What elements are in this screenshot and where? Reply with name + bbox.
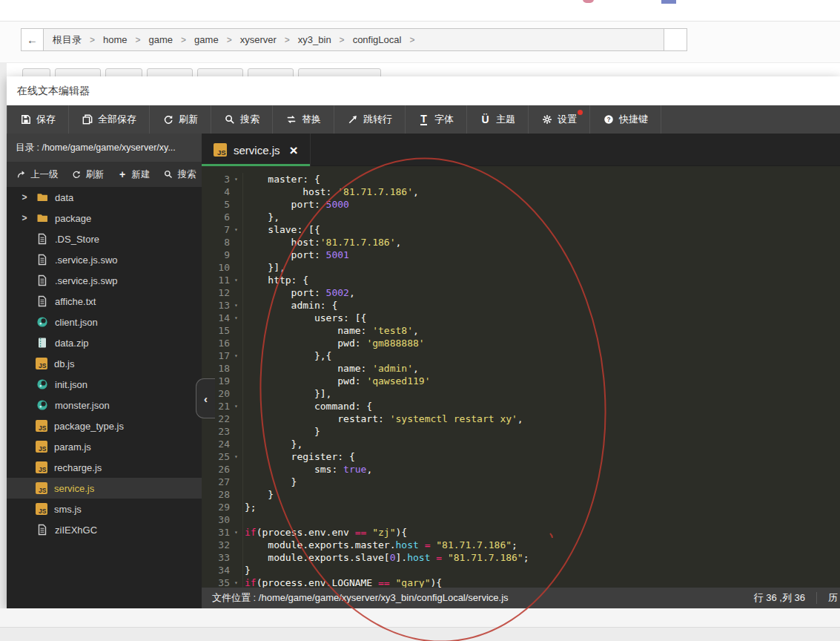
code-line[interactable]: 30 [202, 513, 840, 526]
background-button[interactable] [105, 68, 142, 76]
breadcrumb-separator: > [285, 35, 290, 45]
code-line[interactable]: 23 } [202, 425, 840, 438]
code-line[interactable]: 20 }], [202, 387, 840, 400]
file-tree-item-package-type-js[interactable]: JSpackage_type.js [7, 415, 202, 436]
code-line[interactable]: 14▾ users: [{ [202, 312, 840, 324]
background-button[interactable] [147, 68, 193, 76]
code-line[interactable]: 24 }, [202, 438, 840, 450]
breadcrumb-item[interactable]: xy3_bin [298, 34, 331, 45]
background-button[interactable] [298, 68, 381, 76]
code-line[interactable]: 15 name: 'test8', [202, 324, 840, 337]
fold-arrow-icon[interactable]: ▾ [230, 576, 243, 588]
code-line[interactable]: 21▾ command: { [202, 400, 840, 412]
code-line[interactable]: 31▾if(process.env.env == "zj"){ [202, 526, 840, 539]
refresh-button[interactable]: 刷新 [150, 105, 211, 134]
code-line[interactable]: 28 } [202, 488, 840, 501]
chevron-right-icon[interactable]: > [20, 213, 29, 223]
save-button[interactable]: 保存 [7, 105, 69, 134]
file-tree-item-init-json[interactable]: init.json [7, 374, 202, 395]
file-tree-item-service-js[interactable]: JSservice.js [7, 478, 202, 499]
chevron-right-icon[interactable]: > [20, 192, 29, 203]
tab-title: service.js [234, 144, 280, 157]
file-tree-item-sms-js[interactable]: JSsms.js [7, 499, 202, 519]
code-line[interactable]: 4 host: '81.71.7.186', [202, 185, 840, 198]
refresh-button[interactable]: 刷新 [72, 168, 105, 181]
file-tree-item-package[interactable]: >package [7, 208, 202, 229]
code-line[interactable]: 25▾ register: { [202, 450, 840, 463]
code-line[interactable]: 33 module.exports.slave[0].host = "81.71… [202, 551, 840, 564]
code-line[interactable]: 13▾ admin: { [202, 299, 840, 312]
code-line[interactable]: 5 port: 5000 [202, 198, 840, 211]
tab-service-js[interactable]: JS service.js × [202, 134, 311, 166]
fold-arrow-icon[interactable]: ▾ [230, 223, 243, 236]
code-line[interactable]: 22 restart: 'systemctl restart xy', [202, 412, 840, 425]
breadcrumb-item[interactable]: 根目录 [53, 33, 82, 47]
theme-button[interactable]: Ü主题 [467, 105, 529, 134]
fold-arrow-icon[interactable]: ▾ [230, 299, 243, 312]
code-line[interactable]: 10 }], [202, 261, 840, 274]
fold-arrow-icon[interactable]: ▾ [230, 312, 243, 324]
history-button[interactable]: 历 [828, 591, 840, 605]
code-line[interactable]: 7▾ slave: [{ [202, 223, 840, 236]
save-all-button[interactable]: 全部保存 [69, 105, 150, 134]
code-line[interactable]: 6 }, [202, 211, 840, 223]
file-tree-item-ziiexhgc[interactable]: ziIEXhGC [7, 519, 202, 540]
breadcrumb-item[interactable]: game [194, 34, 219, 45]
code-line[interactable]: 35▾if(process.env.LOGNAME == "gary"){ [202, 576, 840, 588]
file-tree-item-affiche-txt[interactable]: affiche.txt [7, 291, 202, 312]
code-line[interactable]: 19 pwd: 'qawsed119' [202, 375, 840, 387]
background-button[interactable] [55, 68, 101, 76]
help-button[interactable]: ?快捷键 [590, 105, 661, 134]
replace-button[interactable]: 替换 [273, 105, 334, 134]
code-line[interactable]: 12 port: 5002, [202, 286, 840, 299]
file-tree-item-db-js[interactable]: JSdb.js [7, 353, 202, 374]
settings-button[interactable]: 设置 [529, 105, 590, 134]
search-button[interactable]: 搜索 [164, 168, 196, 181]
background-button[interactable] [22, 68, 50, 76]
fold-arrow-icon[interactable]: ▾ [230, 173, 243, 185]
code-line[interactable]: 11▾ http: { [202, 274, 840, 286]
code-line[interactable]: 16 pwd: 'gm888888' [202, 337, 840, 349]
up-level-button[interactable]: 上一级 [16, 168, 59, 181]
fold-arrow-icon[interactable]: ▾ [230, 450, 243, 463]
code-line[interactable]: 27 } [202, 476, 840, 488]
file-tree-item-ds-store[interactable]: .DS_Store [7, 229, 202, 249]
code-editor[interactable]: 3▾ master: {4 host: '81.71.7.186',5 port… [202, 166, 840, 588]
fold-arrow-icon[interactable]: ▾ [230, 526, 243, 539]
back-button[interactable]: ← [21, 28, 44, 51]
file-tree-item-recharge-js[interactable]: JSrecharge.js [7, 457, 202, 478]
breadcrumb-item[interactable]: home [103, 34, 128, 45]
breadcrumb-item[interactable]: game [149, 34, 173, 45]
breadcrumb-item[interactable]: configLocal [353, 34, 402, 45]
code-line[interactable]: 26 sms: true, [202, 463, 840, 476]
file-tree-item-client-json[interactable]: client.json [7, 312, 202, 332]
file-tree-item-data[interactable]: >data [7, 187, 202, 208]
code-line[interactable]: 29}; [202, 501, 840, 513]
new-button[interactable]: +新建 [118, 168, 151, 181]
sidebar-collapse-handle[interactable]: ‹ [196, 378, 215, 418]
code-line[interactable]: 18 name: 'admin', [202, 362, 840, 375]
breadcrumb-item[interactable]: xyserver [240, 34, 277, 45]
background-button[interactable] [197, 68, 243, 76]
code-line[interactable]: 8 host:'81.71.7.186', [202, 236, 840, 249]
file-tree-item-service-js-swo[interactable]: .service.js.swo [7, 249, 202, 270]
fold-arrow-icon[interactable]: ▾ [230, 400, 243, 412]
file-tree-item-monster-json[interactable]: monster.json [7, 395, 202, 415]
file-tree-item-data-zip[interactable]: data.zip [7, 332, 202, 353]
code-line[interactable]: 9 port: 5001 [202, 249, 840, 261]
fold-arrow-icon[interactable]: ▾ [230, 274, 243, 286]
file-tree-item-service-js-swp[interactable]: .service.js.swp [7, 270, 202, 291]
code-line[interactable]: 34} [202, 564, 840, 576]
font-button[interactable]: T字体 [406, 105, 467, 134]
fold-arrow-icon[interactable]: ▾ [230, 349, 243, 362]
code-line[interactable]: 17▾ },{ [202, 349, 840, 362]
code-line[interactable]: 3▾ master: { [202, 173, 840, 185]
tab-close-icon[interactable]: × [290, 143, 298, 157]
background-button[interactable] [248, 68, 294, 76]
breadcrumb-refresh-button[interactable] [664, 28, 687, 51]
goto-line-button[interactable]: 跳转行 [334, 105, 406, 134]
code-line[interactable]: 32 module.exports.master.host = "81.71.7… [202, 539, 840, 551]
file-tree-item-param-js[interactable]: JSparam.js [7, 436, 202, 457]
search-button[interactable]: 搜索 [211, 105, 273, 134]
code-token: }, [245, 211, 280, 223]
